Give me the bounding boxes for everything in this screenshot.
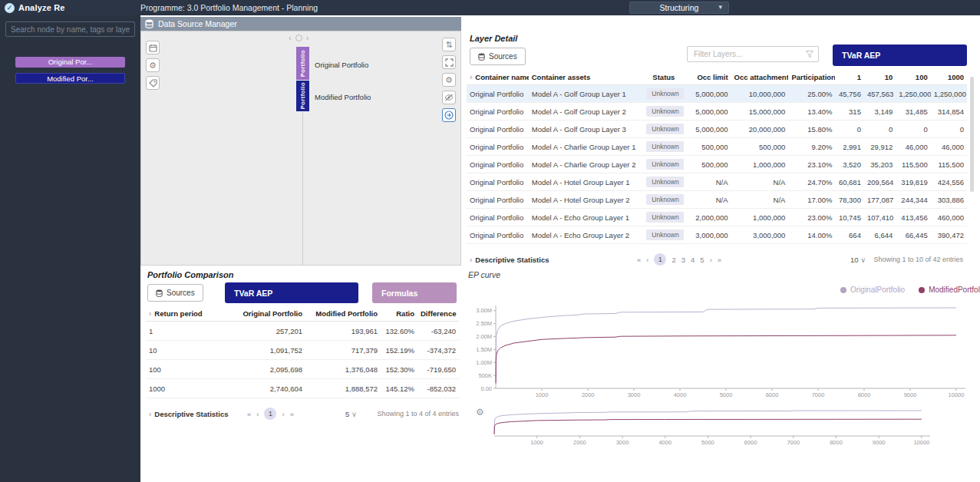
descriptive-statistics-toggle[interactable]: Descriptive Statistics <box>475 256 549 264</box>
page-button[interactable]: 5 <box>700 256 704 264</box>
table-row[interactable]: Original PortfolioModel A - Echo Group L… <box>467 226 967 244</box>
table-cell: 45,756 <box>835 90 863 98</box>
next-page-button[interactable]: › <box>710 256 712 264</box>
column-header[interactable]: 1000 <box>931 73 967 81</box>
status-badge: Unknown <box>646 212 684 223</box>
chart-settings-gear-icon[interactable]: ⚙ <box>476 407 484 418</box>
calendar-button[interactable] <box>146 41 160 54</box>
expander-icon[interactable]: › <box>149 410 151 418</box>
tvar-aep-button[interactable]: TVaR AEP <box>833 45 967 66</box>
filter-layers-input[interactable] <box>687 46 819 62</box>
svg-text:4000: 4000 <box>674 391 687 398</box>
table-cell: Unknown <box>643 88 684 99</box>
layer-detail-pager: «‹12345›» <box>637 253 721 266</box>
descriptive-statistics-toggle[interactable]: Descriptive Statistics <box>154 410 228 418</box>
column-header[interactable]: Original Portfolio <box>229 309 305 318</box>
node-modified-portfolio[interactable]: Portfolio <box>296 81 309 111</box>
layer-detail-sources-tab[interactable]: Sources <box>470 48 526 65</box>
hide-button[interactable] <box>442 91 456 104</box>
table-row[interactable]: 1002,095,6981,376,048152.30%-719,650 <box>146 360 459 379</box>
page-button[interactable]: 3 <box>681 256 685 264</box>
page-button[interactable]: 1 <box>654 253 666 266</box>
table-cell: -63,240 <box>417 327 459 335</box>
canvas-settings-button[interactable]: ⚙ <box>442 73 456 87</box>
settings-button[interactable]: ⚙ <box>146 58 160 72</box>
ep-curve-overview-chart[interactable]: 1000200030004000500060007000800090001000… <box>491 405 936 448</box>
expander-icon[interactable]: › <box>149 309 151 318</box>
table-cell: Model A - Hotel Group Layer 2 <box>529 196 644 204</box>
structuring-dropdown[interactable]: Structuring ▾ <box>629 2 729 14</box>
table-cell: 25.00% <box>788 90 835 98</box>
column-header[interactable]: ›Container name <box>467 73 529 81</box>
table-row[interactable]: 10002,740,6041,888,572145.12%-852,032 <box>146 379 459 398</box>
column-header[interactable]: 1 <box>835 73 863 81</box>
column-header[interactable]: ›Return period <box>146 309 229 318</box>
first-page-button[interactable]: « <box>637 256 641 264</box>
fit-view-button[interactable] <box>442 55 456 69</box>
go-button[interactable] <box>442 108 456 122</box>
sidebar-item-modified-portfolio[interactable]: Modified Por... <box>15 73 125 84</box>
formulas-button[interactable]: Formulas <box>372 282 457 303</box>
nav-right-icon[interactable]: › <box>306 33 309 42</box>
table-row[interactable]: Original PortfolioModel A - Charlie Grou… <box>467 156 967 173</box>
page-size-select[interactable]: 10 ∨ <box>850 256 866 264</box>
nav-left-icon[interactable]: ‹ <box>289 33 292 42</box>
table-cell: Model A - Charlie Group Layer 2 <box>529 160 644 169</box>
table-row[interactable]: Original PortfolioModel A - Hotel Group … <box>467 173 967 191</box>
table-cell: 244,344 <box>896 196 930 204</box>
table-cell: 1,091,752 <box>229 346 305 355</box>
chevron-down-icon: ▾ <box>718 3 722 11</box>
last-page-button[interactable]: » <box>718 256 721 264</box>
last-page-button[interactable]: » <box>290 410 294 418</box>
table-cell: 145.12% <box>381 385 417 393</box>
page-button[interactable]: 1 <box>264 408 276 420</box>
column-header[interactable]: Container assets <box>529 73 644 81</box>
column-header[interactable]: Ratio <box>381 309 417 318</box>
node-label-original[interactable]: Original Portfolio <box>315 61 368 69</box>
svg-text:2.50M: 2.50M <box>476 320 492 327</box>
prev-page-button[interactable]: ‹ <box>646 256 648 264</box>
table-row[interactable]: Original PortfolioModel A - Golf Group L… <box>467 121 967 138</box>
dsm-canvas[interactable]: ‹ › ⚙ ⇅ ⚙ Portfolio Original Portfolio P… <box>140 31 461 266</box>
first-page-button[interactable]: « <box>247 410 251 418</box>
node-original-portfolio[interactable]: Portfolio <box>296 47 309 80</box>
node-label-modified[interactable]: Modified Portfolio <box>315 93 371 101</box>
table-row[interactable]: Original PortfolioModel A - Golf Group L… <box>467 85 967 103</box>
column-header[interactable]: Participation <box>788 73 835 81</box>
page-button[interactable]: 2 <box>671 256 675 264</box>
table-scrollbar[interactable] <box>970 77 974 192</box>
data-source-manager-header[interactable]: Data Source Manager <box>140 17 461 31</box>
legend-modified-portfolio[interactable]: ModifiedPortfolio <box>919 286 980 294</box>
next-page-button[interactable]: › <box>282 410 284 418</box>
column-header[interactable]: 100 <box>896 73 930 81</box>
nav-center-icon[interactable] <box>295 35 302 41</box>
column-header[interactable]: Modified Portfolio <box>305 309 381 318</box>
column-header[interactable]: 10 <box>864 73 896 81</box>
column-header[interactable]: Status <box>643 73 684 81</box>
comparison-tvar-aep-button[interactable]: TVaR AEP <box>225 282 358 303</box>
table-row[interactable]: 101,091,752717,379152.19%-374,372 <box>146 341 459 360</box>
legend-original-portfolio[interactable]: OriginalPortfolio <box>840 286 905 294</box>
comparison-sources-tab[interactable]: Sources <box>147 284 203 302</box>
page-button[interactable]: 4 <box>691 256 695 264</box>
series-ModifiedPortfolio <box>496 335 956 384</box>
table-row[interactable]: Original PortfolioModel A - Echo Group L… <box>467 209 967 226</box>
table-cell: Unknown <box>643 194 684 205</box>
chevron-down-icon: ∨ <box>860 256 866 264</box>
sort-layout-button[interactable]: ⇅ <box>442 38 456 51</box>
prev-page-button[interactable]: ‹ <box>256 410 259 418</box>
column-header[interactable]: Occ limit <box>684 73 731 81</box>
ep-curve-chart[interactable]: 1000200030004000500060007000800090001000… <box>468 301 973 402</box>
table-row[interactable]: Original PortfolioModel A - Hotel Group … <box>467 191 967 209</box>
search-input[interactable] <box>5 21 135 37</box>
sidebar-item-original-portfolio[interactable]: Original Por... <box>15 57 125 68</box>
column-header[interactable]: Occ attachment <box>731 73 789 81</box>
page-size-select[interactable]: 5 ∨ <box>345 410 357 418</box>
expander-icon[interactable]: › <box>470 256 472 264</box>
tags-button[interactable] <box>146 76 160 90</box>
column-header[interactable]: Difference <box>417 309 459 318</box>
table-row[interactable]: 1257,201193,961132.60%-63,240 <box>146 322 459 341</box>
table-row[interactable]: Original PortfolioModel A - Golf Group L… <box>467 103 967 121</box>
table-row[interactable]: Original PortfolioModel A - Charlie Grou… <box>467 138 967 156</box>
expander-icon[interactable]: › <box>470 73 472 81</box>
